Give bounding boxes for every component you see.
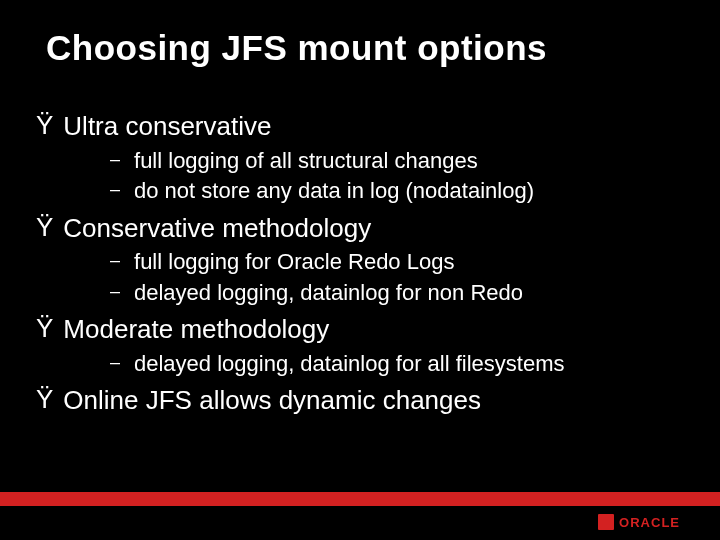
sub-item: – full logging for Oracle Redo Logs: [110, 248, 684, 277]
slide: Choosing JFS mount options Ÿ Ultra conse…: [0, 0, 720, 540]
bullet-moderate-methodology: Ÿ Moderate methodology: [36, 313, 684, 346]
oracle-logo-icon: [598, 514, 614, 530]
dash-glyph: –: [110, 147, 120, 171]
sub-item: – do not store any data in log (nodatain…: [110, 177, 684, 206]
bullet-label: Online JFS allows dynamic changes: [63, 384, 481, 417]
dash-glyph: –: [110, 177, 120, 201]
sub-item-text: delayed logging, datainlog for non Redo: [134, 279, 523, 308]
sub-item-text: do not store any data in log (nodatainlo…: [134, 177, 534, 206]
sub-item: – delayed logging, datainlog for all fil…: [110, 350, 684, 379]
slide-content: Ÿ Ultra conservative – full logging of a…: [36, 104, 684, 421]
oracle-logo: ORACLE: [598, 514, 680, 530]
sub-item: – delayed logging, datainlog for non Red…: [110, 279, 684, 308]
bullet-label: Conservative methodology: [63, 212, 371, 245]
bullet-label: Moderate methodology: [63, 313, 329, 346]
sub-item: – full logging of all structural changes: [110, 147, 684, 176]
slide-title: Choosing JFS mount options: [46, 28, 547, 68]
dash-glyph: –: [110, 279, 120, 303]
dash-glyph: –: [110, 350, 120, 374]
sub-item-text: delayed logging, datainlog for all files…: [134, 350, 564, 379]
oracle-logo-text: ORACLE: [619, 515, 680, 530]
bullet-ultra-conservative: Ÿ Ultra conservative: [36, 110, 684, 143]
sub-item-text: full logging for Oracle Redo Logs: [134, 248, 454, 277]
bullet-glyph: Ÿ: [36, 384, 53, 415]
footer-accent-bar: [0, 492, 720, 506]
bullet-label: Ultra conservative: [63, 110, 271, 143]
bullet-glyph: Ÿ: [36, 313, 53, 344]
dash-glyph: –: [110, 248, 120, 272]
bullet-glyph: Ÿ: [36, 212, 53, 243]
bullet-conservative-methodology: Ÿ Conservative methodology: [36, 212, 684, 245]
sub-item-text: full logging of all structural changes: [134, 147, 478, 176]
bullet-online-jfs: Ÿ Online JFS allows dynamic changes: [36, 384, 684, 417]
bullet-glyph: Ÿ: [36, 110, 53, 141]
